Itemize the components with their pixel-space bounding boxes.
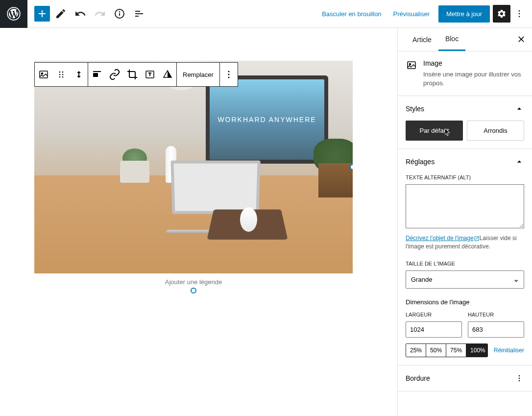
svg-point-9	[59, 72, 61, 73]
height-input[interactable]	[468, 321, 524, 338]
svg-point-21	[228, 77, 229, 78]
pct-100-button[interactable]: 100%	[466, 344, 488, 357]
redo-button[interactable]	[91, 5, 109, 23]
pct-50-button[interactable]: 50%	[426, 344, 446, 357]
svg-point-24	[519, 375, 520, 377]
image-size-select[interactable]: Grande	[406, 270, 524, 289]
svg-point-11	[59, 74, 61, 75]
svg-point-6	[519, 16, 520, 18]
svg-point-4	[519, 10, 520, 12]
block-toolbar: Remplacer	[34, 62, 238, 87]
block-title: Image	[423, 59, 524, 67]
close-panel-button[interactable]	[515, 34, 527, 46]
resize-handle-right[interactable]	[350, 164, 353, 170]
block-description: Insère une image pour illustrer vos prop…	[423, 70, 524, 88]
image-block[interactable]: WORKHARD ANYWHERE Ajouter une légende	[34, 61, 353, 291]
reset-button[interactable]: Réinitialiser	[494, 347, 524, 354]
width-input[interactable]	[406, 321, 462, 338]
alt-text-label: TEXTE ALTERNATIF (ALT)	[406, 174, 524, 180]
settings-button[interactable]	[493, 5, 510, 23]
svg-point-19	[228, 71, 229, 73]
info-button[interactable]	[111, 5, 128, 23]
replace-button[interactable]: Remplacer	[177, 63, 219, 86]
wordpress-logo[interactable]	[0, 0, 27, 28]
style-rounded-button[interactable]: Arrondis	[467, 121, 524, 141]
svg-point-20	[228, 74, 229, 75]
drag-handle-icon[interactable]	[52, 63, 70, 86]
duotone-button[interactable]	[159, 63, 176, 86]
svg-point-13	[59, 76, 61, 78]
chevron-up-icon	[514, 104, 524, 114]
settings-sidebar: Article Bloc Image Insère une image pour…	[397, 28, 532, 416]
width-label: LARGEUR	[406, 312, 462, 318]
border-panel: Bordure	[398, 365, 532, 392]
resize-handle-bottom[interactable]	[191, 288, 196, 294]
styles-title: Styles	[406, 105, 424, 113]
update-button[interactable]: Mettre à jour	[438, 5, 490, 23]
svg-point-10	[62, 72, 64, 73]
pct-75-button[interactable]: 75%	[446, 344, 466, 357]
border-header[interactable]: Bordure	[406, 373, 524, 383]
dimensions-title: Dimensions de l'image	[406, 298, 524, 306]
preview-button[interactable]: Prévisualiser	[387, 6, 435, 22]
image-size-label: TAILLE DE L'IMAGE	[406, 261, 524, 267]
add-block-button[interactable]	[34, 6, 50, 22]
switch-to-draft-button[interactable]: Basculer en brouillon	[316, 6, 387, 22]
percentage-group: 25% 50% 75% 100%	[406, 343, 488, 357]
settings-title: Réglages	[406, 158, 435, 166]
block-more-options[interactable]	[220, 63, 238, 86]
text-overlay-button[interactable]	[141, 63, 159, 86]
more-options-button[interactable]	[510, 5, 528, 23]
top-toolbar: Basculer en brouillon Prévisualiser Mett…	[0, 0, 532, 28]
alt-help-text: Décrivez l'objet de l'imageLaisser vide …	[406, 234, 524, 251]
outline-button[interactable]	[130, 5, 148, 23]
svg-point-23	[410, 64, 411, 65]
svg-point-25	[519, 378, 520, 379]
svg-point-12	[62, 74, 64, 75]
svg-rect-15	[93, 71, 101, 72]
more-vertical-icon	[514, 373, 524, 383]
pct-25-button[interactable]: 25%	[406, 344, 426, 357]
editor-canvas[interactable]: WORKHARD ANYWHERE Ajouter une légende	[0, 28, 397, 416]
tab-block[interactable]: Bloc	[438, 28, 465, 51]
link-button[interactable]	[106, 63, 123, 86]
style-default-button[interactable]: Par défaut	[406, 121, 463, 141]
undo-button[interactable]	[72, 5, 89, 23]
move-arrows-icon[interactable]	[70, 63, 88, 86]
border-title: Bordure	[406, 374, 430, 382]
svg-point-8	[42, 73, 43, 74]
image-icon	[406, 59, 417, 71]
alt-text-input[interactable]	[406, 184, 524, 228]
crop-button[interactable]	[123, 63, 141, 86]
align-button[interactable]	[88, 63, 106, 86]
svg-point-14	[62, 76, 64, 78]
block-description-panel: Image Insère une image pour illustrer vo…	[398, 51, 532, 96]
svg-point-5	[519, 13, 520, 15]
svg-point-26	[519, 380, 520, 382]
svg-point-3	[120, 12, 120, 12]
height-label: HAUTEUR	[468, 312, 524, 318]
settings-panel: Réglages TEXTE ALTERNATIF (ALT) Décrivez…	[398, 149, 532, 365]
chevron-up-icon	[514, 157, 524, 167]
styles-header[interactable]: Styles	[406, 104, 524, 114]
settings-header[interactable]: Réglages	[406, 157, 524, 167]
alt-help-link[interactable]: Décrivez l'objet de l'image	[406, 235, 480, 242]
edit-mode-button[interactable]	[52, 5, 70, 23]
styles-panel: Styles Par défaut Arrondis	[398, 96, 532, 149]
svg-rect-16	[93, 73, 98, 77]
block-type-icon[interactable]	[35, 63, 52, 86]
tab-article[interactable]: Article	[406, 28, 438, 51]
